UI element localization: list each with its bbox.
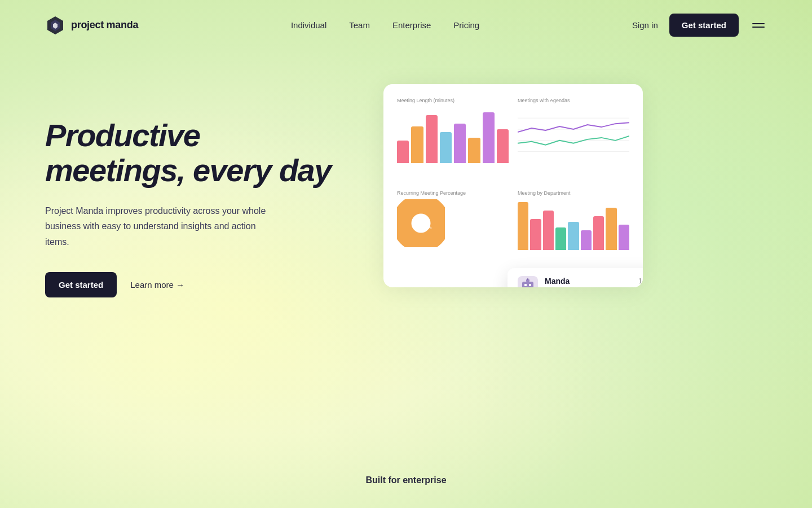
navbar: project manda Individual Team Enterprise…: [0, 0, 812, 50]
nav-right: Sign in Get started: [632, 14, 767, 37]
manda-avatar-icon: [520, 278, 536, 287]
nav-links: Individual Team Enterprise Pricing: [291, 20, 479, 30]
svg-rect-13: [529, 284, 531, 286]
line-chart-svg: [518, 107, 629, 157]
chat-bubble: Manda 11:55 I'm an: [508, 268, 643, 287]
hero-subtitle: Project Manda improves productivity acro…: [45, 203, 282, 249]
bar-chart-1: [397, 107, 509, 163]
svg-rect-12: [524, 284, 527, 286]
svg-rect-16: [527, 278, 528, 280]
hero-actions: Get started Learn more →: [45, 272, 338, 297]
hero-text: Productive meetings, every day Project M…: [45, 95, 338, 297]
nav-individual[interactable]: Individual: [291, 20, 326, 30]
built-for-enterprise: Built for enterprise: [365, 475, 446, 485]
hero-visual: Meeting Length (minutes) Meetings wi: [383, 84, 767, 287]
meeting-length-label: Meeting Length (minutes): [397, 98, 509, 103]
nav-enterprise[interactable]: Enterprise: [392, 20, 431, 30]
pie-chart-svg: 63% 37%: [397, 199, 445, 247]
dashboard-card: Meeting Length (minutes) Meetings wi: [383, 84, 643, 287]
nav-pricing[interactable]: Pricing: [453, 20, 479, 30]
hamburger-menu[interactable]: [750, 21, 767, 30]
dept-bar-7: [593, 216, 604, 250]
bar-5: [454, 124, 466, 163]
dept-bar-2: [530, 219, 541, 250]
get-started-hero-button[interactable]: Get started: [45, 272, 117, 297]
hero-title: Productive meetings, every day: [45, 118, 338, 187]
dept-bar-1: [518, 202, 528, 250]
department-chart: Meeting by Department: [518, 190, 629, 274]
bar-1: [397, 141, 409, 163]
chat-time: 11:55: [638, 277, 643, 285]
logo[interactable]: project manda: [45, 15, 138, 36]
chat-header: Manda 11:55: [545, 277, 643, 286]
nav-team[interactable]: Team: [349, 20, 370, 30]
dept-bar-3: [543, 211, 554, 250]
dept-bar-5: [568, 222, 579, 250]
get-started-nav-button[interactable]: Get started: [669, 14, 739, 37]
agendas-label: Meetings with Agendas: [518, 98, 629, 103]
dept-bar-8: [606, 208, 616, 250]
bar-7: [483, 112, 495, 163]
dept-bar-6: [581, 230, 592, 250]
department-label: Meeting by Department: [518, 190, 629, 196]
recurring-chart: Recurring Meeting Percentage 63% 37%: [397, 190, 509, 274]
logo-text: project manda: [71, 19, 138, 31]
logo-icon: [45, 15, 65, 36]
svg-text:63%: 63%: [415, 217, 425, 223]
recurring-label: Recurring Meeting Percentage: [397, 190, 509, 196]
chat-content: Manda 11:55 I'm an: [545, 277, 643, 288]
sign-in-link[interactable]: Sign in: [632, 20, 658, 30]
hero-section: Productive meetings, every day Project M…: [0, 50, 812, 297]
chat-name: Manda: [545, 277, 570, 286]
bar-chart-2: [518, 199, 629, 250]
pie-area: 63% 37%: [397, 199, 509, 247]
bar-3: [426, 115, 438, 163]
meeting-length-chart: Meeting Length (minutes): [397, 98, 509, 181]
dept-bar-4: [555, 227, 566, 250]
charts-grid: Meeting Length (minutes) Meetings wi: [397, 98, 629, 274]
menu-line-1: [752, 23, 765, 24]
dept-bar-9: [619, 225, 629, 250]
agendas-chart: Meetings with Agendas: [518, 98, 629, 181]
bar-4: [440, 132, 452, 163]
bar-2: [411, 126, 423, 163]
chat-avatar: [518, 276, 538, 287]
bar-6: [468, 138, 480, 163]
svg-rect-11: [522, 282, 533, 287]
bar-8: [497, 129, 509, 163]
line-chart: [518, 107, 629, 163]
svg-point-8: [402, 204, 440, 243]
svg-text:37%: 37%: [422, 225, 431, 230]
menu-line-2: [752, 27, 765, 28]
learn-more-link[interactable]: Learn more →: [130, 280, 184, 290]
